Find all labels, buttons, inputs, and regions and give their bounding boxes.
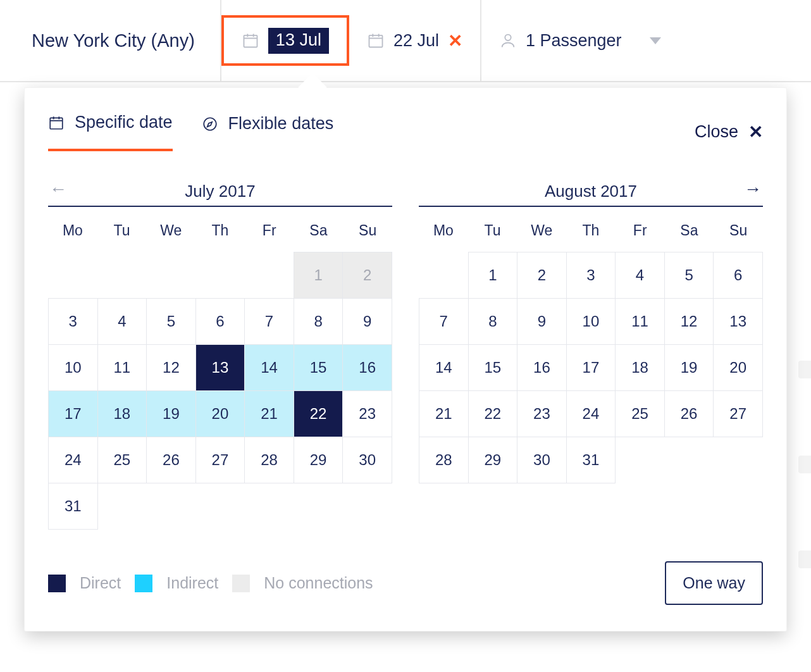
weekday-label: Th [195,218,245,248]
calendar-day[interactable]: 5 [664,252,714,299]
calendar-day[interactable]: 15 [294,345,343,391]
calendar-day[interactable]: 21 [245,391,294,437]
weekday-label: Fr [616,218,665,248]
calendar-day[interactable]: 31 [49,483,98,530]
calendar-day[interactable]: 4 [97,299,147,345]
tab-specific-date[interactable]: Specific date [48,113,173,151]
close-icon: ✕ [748,121,763,142]
calendar-day[interactable]: 28 [419,437,469,483]
calendar-day[interactable]: 20 [714,345,763,391]
return-date-field[interactable]: 22 Jul ✕ [349,0,481,81]
calendar-day[interactable]: 17 [566,345,616,391]
passengers-field[interactable]: 1 Passenger [481,0,699,81]
calendar-day[interactable]: 19 [147,391,196,437]
calendar-day[interactable]: 27 [714,391,763,437]
calendar-day: 2 [343,252,392,299]
calendar-day[interactable]: 11 [616,299,665,345]
calendar-day[interactable]: 8 [468,299,517,345]
calendar-day[interactable]: 6 [195,299,245,345]
calendar-day-empty [294,483,343,530]
calendar-month: ←July 2017MoTuWeThFrSaSu1234567891011121… [48,177,392,530]
calendar-day[interactable]: 3 [49,299,98,345]
calendar-day[interactable]: 24 [49,437,98,483]
calendar-day[interactable]: 23 [517,391,567,437]
calendar-icon [242,32,259,49]
calendar-day[interactable]: 21 [419,391,469,437]
depart-date-field[interactable]: 13 Jul [221,15,349,66]
calendar-day[interactable]: 18 [97,391,147,437]
calendar-day[interactable]: 22 [294,391,343,437]
calendar-day[interactable]: 10 [49,345,98,391]
calendar-day[interactable]: 10 [566,299,616,345]
background-decor [798,456,811,473]
calendar-day[interactable]: 9 [517,299,567,345]
calendar-day[interactable]: 23 [343,391,392,437]
calendar-icon [367,32,385,49]
legend-label: Indirect [166,574,218,592]
calendar-day[interactable]: 11 [97,345,147,391]
calendar-day[interactable]: 4 [616,252,665,299]
calendar-day[interactable]: 28 [245,437,294,483]
calendar-day[interactable]: 26 [664,391,714,437]
calendar-day[interactable]: 20 [195,391,245,437]
weekday-label: We [146,218,195,248]
next-month-button[interactable]: → [744,180,762,198]
weekday-label: Sa [294,218,344,248]
calendar-day[interactable]: 7 [419,299,469,345]
calendar-day-empty [97,483,147,530]
weekday-label: Tu [468,218,517,248]
calendar-day[interactable]: 25 [97,437,147,483]
location-field[interactable]: New York City (Any) [0,0,221,81]
calendar-day[interactable]: 8 [294,299,343,345]
background-decor [798,551,811,568]
calendar-day[interactable]: 3 [566,252,616,299]
close-button[interactable]: Close ✕ [695,121,763,142]
calendar-day[interactable]: 17 [49,391,98,437]
chevron-down-icon [650,37,661,44]
calendar-day[interactable]: 18 [616,345,665,391]
one-way-button[interactable]: One way [665,561,763,605]
calendar-icon [48,115,65,131]
calendar-day[interactable]: 15 [468,345,517,391]
calendar-day[interactable]: 26 [147,437,196,483]
calendar-day[interactable]: 25 [616,391,665,437]
prev-month-button[interactable]: ← [49,180,67,198]
calendar-day[interactable]: 29 [294,437,343,483]
calendar-day[interactable]: 13 [195,345,245,391]
calendar-day[interactable]: 31 [566,437,616,483]
month-title: August 2017 [545,182,637,201]
picker-footer: Direct Indirect No connections One way [48,561,763,605]
calendar-day[interactable]: 27 [195,437,245,483]
clear-return-icon[interactable]: ✕ [448,30,462,51]
weekday-label: Su [343,218,392,248]
calendar-day[interactable]: 19 [664,345,714,391]
calendar-day[interactable]: 6 [714,252,763,299]
svg-rect-1 [369,35,382,47]
calendar-grid: 1234567891011121314151617181920212223242… [419,252,763,483]
calendar-day[interactable]: 12 [147,345,196,391]
calendar-day[interactable]: 14 [245,345,294,391]
calendar-day[interactable]: 30 [517,437,567,483]
tab-flexible-dates[interactable]: Flexible dates [202,114,334,150]
calendar-day[interactable]: 9 [343,299,392,345]
calendar-day[interactable]: 24 [566,391,616,437]
calendar-day[interactable]: 22 [468,391,517,437]
calendar-day-empty [97,252,147,299]
calendar-day[interactable]: 5 [147,299,196,345]
calendar-day[interactable]: 13 [714,299,763,345]
calendar-day-empty [664,437,714,483]
calendar-day[interactable]: 14 [419,345,469,391]
calendar-day[interactable]: 1 [468,252,517,299]
calendar-day-empty [245,252,294,299]
weekday-row: MoTuWeThFrSaSu [419,218,763,248]
date-picker-popover: Specific date Flexible dates Close ✕ ←Ju… [24,87,787,632]
calendar-day[interactable]: 16 [517,345,567,391]
picker-tabs: Specific date Flexible dates Close ✕ [48,113,763,151]
calendar-day[interactable]: 29 [468,437,517,483]
calendar-day[interactable]: 2 [517,252,567,299]
calendar-day[interactable]: 30 [343,437,392,483]
return-date-label: 22 Jul [393,31,439,51]
calendar-day[interactable]: 7 [245,299,294,345]
calendar-day[interactable]: 16 [343,345,392,391]
calendar-day[interactable]: 12 [664,299,714,345]
